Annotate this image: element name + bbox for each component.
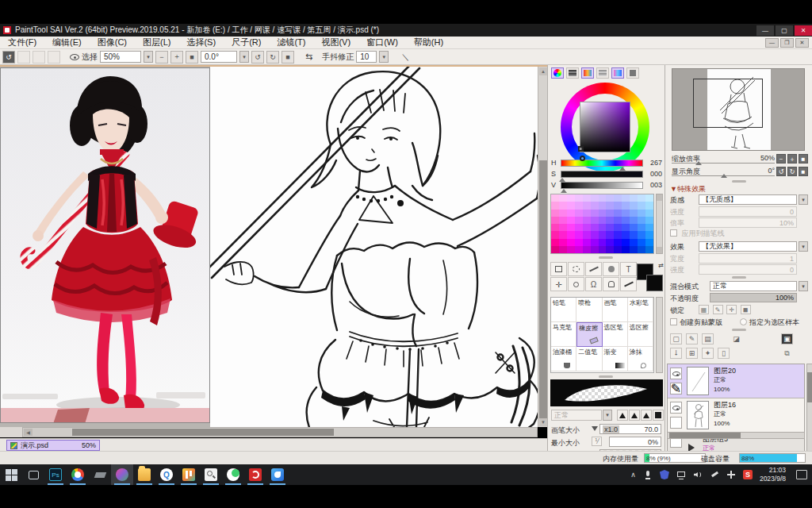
canvas-horizontal-scrollbar[interactable]: ◀	[22, 427, 538, 437]
nav-rotate-cw-button[interactable]: ↻	[787, 167, 797, 176]
opacity-slider[interactable]: 100%	[710, 293, 797, 302]
swatch-cell[interactable]	[551, 194, 559, 202]
layer-row-2[interactable]: 图层16 正常 100%	[668, 398, 804, 433]
swatch-cell[interactable]	[622, 246, 630, 253]
swatch-cell[interactable]	[622, 202, 630, 209]
swatch-cell[interactable]	[551, 246, 559, 253]
color-swatches-grid[interactable]	[550, 194, 654, 254]
pen-device-icon[interactable]	[710, 470, 719, 479]
color-wheel-tab-icon[interactable]	[551, 67, 564, 79]
swatch-cell[interactable]	[645, 194, 653, 202]
nav-rotate-ccw-button[interactable]: ↺	[776, 167, 786, 176]
sogou-input-icon[interactable]: S	[743, 470, 753, 479]
mask-icon[interactable]: ◪	[730, 333, 742, 344]
swatch-cell[interactable]	[606, 239, 614, 246]
swatch-cell[interactable]	[591, 239, 599, 246]
color-mixer-tab-icon[interactable]	[581, 67, 594, 79]
swatch-cell[interactable]	[638, 231, 645, 238]
brush-brush[interactable]: 画笔	[603, 298, 628, 322]
menu-file[interactable]: 文件(F)	[0, 37, 44, 48]
swatch-cell[interactable]	[583, 210, 591, 217]
zoom-field[interactable]: 50%	[100, 51, 141, 63]
swatch-cell[interactable]	[645, 217, 653, 224]
maximize-button[interactable]: ▢	[776, 25, 793, 36]
brush-smudge[interactable]: 涂抹	[628, 347, 653, 371]
effect-dropdown-icon[interactable]: ▾	[799, 241, 808, 252]
menu-view[interactable]: 视图(V)	[313, 37, 358, 48]
taskbar-green-app-icon[interactable]	[222, 464, 244, 485]
swatch-cell[interactable]	[622, 210, 630, 217]
swatch-cell[interactable]	[638, 210, 645, 217]
notification-center-icon[interactable]	[796, 470, 807, 479]
swatch-cell[interactable]	[559, 246, 567, 253]
swatch-cell[interactable]	[614, 210, 622, 217]
brush-watercolor[interactable]: 水彩笔	[628, 298, 653, 322]
swatch-cell[interactable]	[567, 217, 575, 224]
brush-eraser[interactable]: 橡皮擦	[576, 322, 602, 347]
menu-ruler[interactable]: 尺子(R)	[224, 37, 269, 48]
scratchpad-tab-icon[interactable]	[626, 67, 639, 79]
input-method-icon[interactable]	[726, 470, 736, 479]
swatch-cell[interactable]	[551, 202, 559, 209]
rotate-ccw-button[interactable]: ↺	[251, 51, 264, 64]
swatch-cell[interactable]	[583, 246, 591, 253]
swatch-cell[interactable]	[606, 246, 614, 253]
rect-select-icon[interactable]	[550, 262, 567, 276]
angle-dropdown-icon[interactable]: ▾	[239, 51, 249, 63]
swatch-cell[interactable]	[614, 231, 622, 238]
swatch-cell[interactable]	[638, 202, 645, 209]
swatch-cell[interactable]	[614, 217, 622, 224]
brush-pencil[interactable]: 铅笔	[551, 298, 576, 322]
selection-visibility-icon[interactable]	[70, 54, 79, 60]
menu-filter[interactable]: 滤镜(T)	[269, 37, 313, 48]
taskbar-red-gauge-app-icon[interactable]	[244, 464, 266, 485]
swatch-cell[interactable]	[630, 224, 638, 231]
swatch-cell[interactable]	[630, 194, 638, 202]
swatches-scrollbar[interactable]	[656, 194, 663, 254]
taskbar-photoshop-icon[interactable]: Ps	[44, 464, 67, 485]
hue-marker[interactable]	[580, 156, 585, 161]
swatch-cell[interactable]	[583, 202, 591, 209]
panel-grip-2[interactable]	[599, 375, 613, 378]
close-button[interactable]: ✕	[795, 25, 812, 36]
swatch-cell[interactable]	[645, 224, 653, 231]
brush-size-field[interactable]: x1.0 70.0	[599, 424, 661, 434]
lock-pixels-icon[interactable]: ✎	[713, 305, 723, 314]
swatch-cell[interactable]	[606, 231, 614, 238]
hue-slider[interactable]	[561, 160, 643, 167]
swatch-cell[interactable]	[599, 194, 607, 202]
zoom-in-button[interactable]: ＋	[170, 51, 183, 64]
blend-mode-dropdown-icon[interactable]: ▾	[799, 281, 808, 291]
menu-layer[interactable]: 图层(L)	[135, 37, 178, 48]
swatch-cell[interactable]	[606, 210, 614, 217]
zoom-reset-button[interactable]: ■	[186, 51, 198, 64]
swatch-cell[interactable]	[622, 217, 630, 224]
rotate-cw-button[interactable]: ↻	[266, 51, 279, 64]
swatch-cell[interactable]	[645, 202, 653, 209]
saturation-slider[interactable]	[561, 171, 643, 178]
swatch-cell[interactable]	[567, 202, 575, 209]
swatch-cell[interactable]	[567, 194, 575, 202]
scroll-down-icon[interactable]: ▼	[539, 418, 547, 426]
swatch-cell[interactable]	[583, 231, 591, 238]
swatch-cell[interactable]	[606, 217, 614, 224]
panel-grip-5[interactable]	[732, 329, 746, 331]
swatch-cell[interactable]	[551, 231, 559, 238]
rgb-slider-tab-icon[interactable]	[566, 67, 579, 79]
swatch-cell[interactable]	[645, 239, 653, 246]
taskbar-tool-icon[interactable]	[89, 464, 111, 485]
swatch-cell[interactable]	[559, 224, 567, 231]
brush-selection-pen[interactable]: 选区笔	[603, 322, 628, 347]
line-tool-icon[interactable]: ＼	[401, 52, 409, 63]
brush-gradient[interactable]: 渐变	[603, 347, 628, 371]
layer2-visibility-icon[interactable]	[670, 402, 682, 414]
min-size-link-icon[interactable]: ⅟	[592, 437, 602, 446]
group5-expand-icon[interactable]	[688, 444, 695, 451]
lock-position-icon[interactable]: ✛	[726, 305, 737, 314]
swatch-cell[interactable]	[559, 217, 567, 224]
link-icon[interactable]: ⧉	[781, 348, 793, 359]
taskbar-q-app-icon[interactable]: Q	[155, 464, 178, 485]
nav-zoom-out-button[interactable]: −	[776, 154, 786, 164]
swatch-cell[interactable]	[622, 239, 630, 246]
swatch-cell[interactable]	[638, 217, 645, 224]
